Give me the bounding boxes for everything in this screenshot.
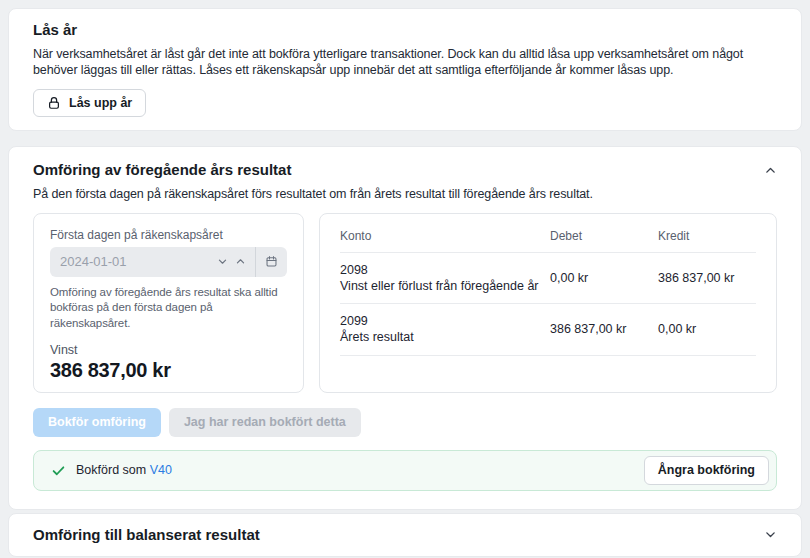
chevron-up-icon[interactable] — [764, 164, 777, 177]
account-number: 2098 — [340, 262, 546, 278]
transfer-section-header[interactable]: Omföring av föregående års resultat — [33, 161, 777, 180]
already-recorded-button[interactable]: Jag har redan bokfört detta — [169, 408, 361, 437]
journal-panel: Konto Debet Kredit 2098 Vinst eller förl… — [319, 213, 777, 393]
transfer-actions: Bokför omföring Jag har redan bokfört de… — [33, 408, 777, 437]
table-row: 2098 Vinst eller förlust från föregående… — [340, 252, 756, 304]
result-amount: 386 837,00 kr — [50, 359, 287, 382]
recorded-as-label: Bokförd som — [76, 463, 146, 477]
lock-year-description: När verksamhetsåret är låst går det inte… — [33, 46, 777, 79]
date-input[interactable] — [50, 247, 208, 277]
date-panel: Första dagen på räkenskapsåret — [33, 213, 304, 393]
credit-value: 386 837,00 kr — [658, 252, 756, 304]
balanced-result-title: Omföring till balanserat resultat — [33, 526, 260, 545]
transfer-section-card: Omföring av föregående års resultat På d… — [8, 146, 802, 510]
chevron-down-icon[interactable] — [764, 528, 777, 541]
column-header-konto: Konto — [340, 226, 550, 253]
chevron-up-icon[interactable] — [235, 256, 246, 267]
unlock-year-button[interactable]: Lås upp år — [33, 89, 146, 117]
recorded-as-text: Bokförd som V40 — [76, 463, 172, 477]
debit-value: 0,00 kr — [550, 252, 658, 304]
calendar-icon — [265, 255, 278, 268]
check-icon — [51, 463, 66, 478]
balanced-result-header[interactable]: Omföring till balanserat resultat — [33, 526, 777, 545]
journal-header-row: Konto Debet Kredit — [340, 226, 756, 253]
transfer-section-title: Omföring av föregående års resultat — [33, 161, 291, 180]
unlock-year-button-label: Lås upp år — [69, 96, 132, 110]
recorded-success-banner: Bokförd som V40 Ångra bokföring — [33, 450, 777, 491]
account-name: Vinst eller förlust från föregående år — [340, 278, 546, 294]
transfer-panels: Första dagen på räkenskapsåret — [33, 213, 777, 393]
date-input-group — [50, 247, 287, 277]
lock-icon — [47, 96, 61, 110]
date-stepper — [208, 247, 255, 277]
journal-table: Konto Debet Kredit 2098 Vinst eller förl… — [340, 226, 756, 356]
transfer-section-description: På den första dagen på räkenskapsåret fö… — [33, 187, 777, 201]
undo-recording-button[interactable]: Ångra bokföring — [644, 456, 769, 485]
credit-value: 0,00 kr — [658, 304, 756, 356]
account-name: Årets resultat — [340, 329, 546, 345]
date-helper-text: Omföring av föregående års resultat ska … — [50, 285, 287, 332]
verification-link[interactable]: V40 — [150, 463, 172, 477]
result-type-label: Vinst — [50, 343, 287, 357]
record-transfer-button[interactable]: Bokför omföring — [33, 408, 161, 437]
lock-year-title: Lås år — [33, 21, 777, 40]
balanced-result-card: Omföring till balanserat resultat — [8, 513, 802, 558]
calendar-button[interactable] — [255, 247, 287, 277]
fiscal-year-first-day-label: Första dagen på räkenskapsåret — [50, 228, 287, 242]
chevron-down-icon[interactable] — [217, 256, 228, 267]
debit-value: 386 837,00 kr — [550, 304, 658, 356]
lock-year-card: Lås år När verksamhetsåret är låst går d… — [8, 8, 802, 131]
account-number: 2099 — [340, 313, 546, 329]
table-row: 2099 Årets resultat 386 837,00 kr 0,00 k… — [340, 304, 756, 356]
column-header-kredit: Kredit — [658, 226, 756, 253]
column-header-debet: Debet — [550, 226, 658, 253]
